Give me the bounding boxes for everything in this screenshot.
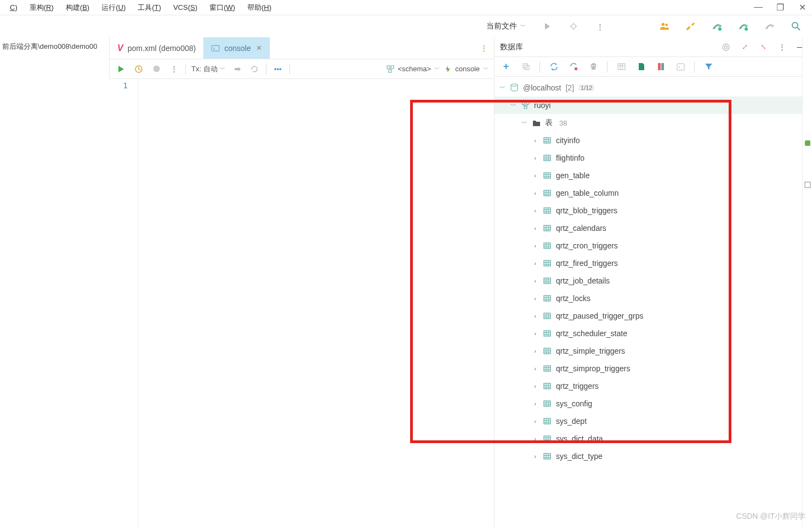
debug-icon[interactable] — [569, 21, 578, 31]
chevron-right-icon[interactable]: › — [532, 190, 538, 196]
play-icon[interactable] — [542, 21, 552, 31]
svg-rect-14 — [387, 66, 390, 69]
chevron-right-icon[interactable]: › — [532, 348, 538, 354]
menu-build[interactable]: 构建(B) — [60, 2, 95, 14]
open-table-icon[interactable] — [615, 61, 627, 73]
chevron-right-icon[interactable]: › — [532, 225, 538, 231]
chevron-right-icon[interactable]: › — [532, 260, 538, 267]
refresh-icon[interactable] — [548, 61, 560, 73]
schema-row[interactable]: ﹀ ruoyi — [495, 97, 812, 114]
chevron-right-icon[interactable]: › — [532, 400, 538, 407]
schema-selector[interactable]: <schema> ﹀ — [387, 65, 440, 73]
table-row[interactable]: › gen_table — [495, 167, 812, 184]
table-row[interactable]: › cityinfo — [495, 132, 812, 149]
tab-console[interactable]: console ✕ — [203, 37, 270, 59]
menu-refactor[interactable]: 重构(R) — [24, 2, 59, 14]
tabs-more-icon[interactable]: ⋮ — [478, 42, 490, 54]
table-row[interactable]: › sys_dept — [495, 412, 812, 430]
connection-row[interactable]: ﹀ @localhost [2] 1/12 — [495, 79, 812, 97]
collapse-icon[interactable]: ⤡ — [757, 41, 769, 53]
chevron-right-icon[interactable]: › — [532, 418, 538, 424]
search-icon[interactable] — [791, 21, 801, 31]
chevron-down-icon[interactable]: ﹀ — [510, 101, 516, 110]
menu-leading[interactable]: C) — [4, 2, 23, 13]
menu-vcs[interactable]: VCS(S) — [168, 2, 203, 13]
chevron-right-icon[interactable]: › — [532, 330, 538, 337]
more-icon[interactable]: ⋮ — [595, 21, 605, 31]
table-row[interactable]: › sys_dict_type — [495, 447, 812, 465]
chevron-right-icon[interactable]: › — [532, 172, 538, 179]
breadcrumb[interactable]: 前后端分离\demo008\demo00 — [0, 37, 109, 56]
target-icon[interactable] — [720, 41, 732, 53]
close-button[interactable]: ✕ — [797, 2, 808, 13]
stripe-icon1[interactable] — [803, 136, 812, 150]
code-area[interactable] — [138, 79, 494, 527]
table-row[interactable]: › qrtz_locks — [495, 290, 812, 307]
table-row[interactable]: › sys_config — [495, 395, 812, 412]
table-row[interactable]: › qrtz_paused_trigger_grps — [495, 307, 812, 325]
table-row[interactable]: › qrtz_blob_triggers — [495, 202, 812, 219]
chevron-right-icon[interactable]: › — [532, 435, 538, 442]
stripe-icon2[interactable] — [803, 178, 812, 192]
table-row[interactable]: › gen_table_column — [495, 184, 812, 202]
table-row[interactable]: › qrtz_triggers — [495, 377, 812, 395]
history-icon[interactable] — [133, 63, 145, 75]
chevron-right-icon[interactable]: › — [532, 453, 538, 460]
deploy3-icon[interactable] — [765, 21, 775, 31]
table-row[interactable]: › flightinfo — [495, 149, 812, 167]
table-row[interactable]: › qrtz_scheduler_state — [495, 325, 812, 342]
menu-help[interactable]: 帮助(H) — [242, 2, 277, 14]
run-config-selector[interactable]: 当前文件 ﹀ — [486, 21, 526, 31]
duplicate-icon[interactable] — [520, 61, 532, 73]
deploy1-icon[interactable] — [712, 21, 722, 31]
tab-close-icon[interactable]: ✕ — [256, 44, 262, 52]
skull-icon[interactable] — [587, 61, 599, 73]
tables-folder-row[interactable]: ﹀ 表 38 — [495, 114, 812, 132]
chevron-down-icon[interactable]: ﹀ — [499, 84, 506, 92]
commit-icon[interactable] — [231, 63, 243, 75]
chevron-right-icon[interactable]: › — [532, 137, 538, 144]
menu-window[interactable]: 窗口(W) — [204, 2, 241, 14]
tx-mode[interactable]: Tx: 自动 ﹀ — [191, 64, 225, 74]
add-datasource-icon[interactable]: + — [500, 61, 512, 73]
minimize-button[interactable]: — — [753, 2, 764, 13]
chevron-down-icon[interactable]: ﹀ — [521, 119, 527, 127]
menu-run[interactable]: 运行(U) — [96, 2, 131, 14]
chevron-right-icon[interactable]: › — [532, 295, 538, 302]
chevron-right-icon[interactable]: › — [532, 207, 538, 214]
scratch2-icon[interactable] — [655, 61, 667, 73]
chevron-right-icon[interactable]: › — [532, 155, 538, 161]
chevron-right-icon[interactable]: › — [532, 242, 538, 249]
table-row[interactable]: › qrtz_simple_triggers — [495, 342, 812, 360]
toolbar-more-icon[interactable]: ⋮ — [168, 63, 180, 75]
scratch1-icon[interactable] — [635, 61, 647, 73]
maximize-button[interactable]: ❐ — [775, 2, 786, 13]
session-selector[interactable]: console ﹀ — [445, 65, 489, 73]
chevron-right-icon[interactable]: › — [532, 313, 538, 319]
table-row[interactable]: › sys_dict_data — [495, 430, 812, 447]
table-row[interactable]: › qrtz_calendars — [495, 219, 812, 237]
table-row[interactable]: › qrtz_simprop_triggers — [495, 360, 812, 377]
db-tree[interactable]: ﹀ @localhost [2] 1/12 ﹀ ruoyi ﹀ 表 38 › c… — [495, 77, 812, 527]
table-row[interactable]: › qrtz_cron_triggers — [495, 237, 812, 254]
chevron-right-icon[interactable]: › — [532, 277, 538, 284]
chevron-right-icon[interactable]: › — [532, 383, 538, 389]
rollback-icon[interactable] — [150, 63, 162, 75]
expand-icon[interactable]: ⤢ — [739, 41, 751, 53]
menu-tools[interactable]: 工具(T) — [132, 2, 167, 14]
toolbar-more2-icon[interactable]: ••• — [272, 63, 284, 75]
panel-more-icon[interactable]: ⋮ — [776, 41, 788, 53]
stop-refresh-icon[interactable] — [567, 61, 580, 73]
tools-icon[interactable] — [686, 21, 696, 31]
chevron-right-icon[interactable]: › — [532, 365, 538, 372]
filter-icon[interactable] — [702, 61, 714, 73]
tab-pom-xml[interactable]: V pom.xml (demo008) — [110, 37, 203, 59]
editor-body[interactable]: 1 — [110, 79, 494, 527]
revert-icon[interactable] — [248, 63, 260, 75]
deploy2-icon[interactable] — [739, 21, 748, 31]
run-button[interactable] — [115, 63, 127, 75]
table-row[interactable]: › qrtz_job_details — [495, 272, 812, 290]
users-icon[interactable] — [660, 21, 669, 31]
table-row[interactable]: › qrtz_fired_triggers — [495, 254, 812, 272]
console-open-icon[interactable] — [674, 61, 686, 73]
